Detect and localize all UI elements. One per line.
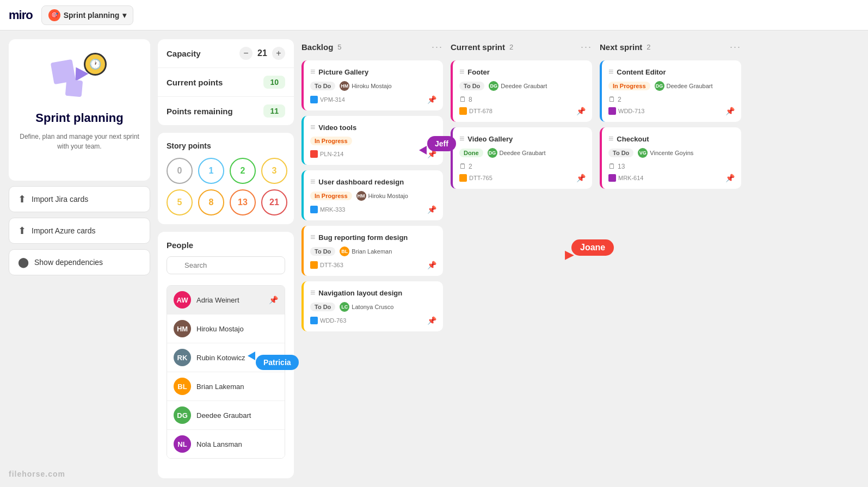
card-footer: ≡ Footer To Do DG Deedee Graubart 🗒 8 xyxy=(451,60,592,122)
capacity-increase-button[interactable]: + xyxy=(272,47,285,60)
sp-bubble-5[interactable]: 5 xyxy=(167,189,193,215)
task-id-wdd713: WDD-713 xyxy=(608,107,644,115)
assignee-avatar: DG xyxy=(655,81,664,91)
sp-bubble-3[interactable]: 3 xyxy=(261,158,287,184)
status-badge-todo: To Do xyxy=(310,303,335,311)
count-icon: 🗒 xyxy=(459,162,466,170)
task-pin[interactable]: 📌 xyxy=(725,107,735,115)
sp-bubble-21[interactable]: 21 xyxy=(261,189,287,215)
backlog-count: 5 xyxy=(337,43,341,51)
assignee-avatar: BL xyxy=(340,246,349,256)
sp-bubble-0[interactable]: 0 xyxy=(167,158,193,184)
task-list-icon: ≡ xyxy=(459,67,464,77)
capacity-value: 21 xyxy=(257,48,268,58)
assignee-deedee3: DG Deedee Graubart xyxy=(655,81,713,91)
task-pin[interactable]: 📌 xyxy=(427,316,436,325)
avatar-nola: NL xyxy=(174,435,191,453)
person-row-nola[interactable]: NL Nola Lansman xyxy=(167,430,285,458)
assignee-avatar: DG xyxy=(489,81,498,91)
next-sprint-header: Next sprint 2 ··· xyxy=(600,39,741,55)
people-list: AW Adria Weinert 📌 HM Hiroku Mostajo RK … xyxy=(167,285,285,459)
task-id-icon-red xyxy=(310,150,318,158)
card-content-editor: ≡ Content Editor In Progress DG Deedee G… xyxy=(600,60,741,122)
next-sprint-count: 2 xyxy=(647,43,650,51)
import-jira-button[interactable]: ⬆ Import Jira cards xyxy=(9,186,150,212)
task-pin[interactable]: 📌 xyxy=(427,261,436,269)
backlog-menu[interactable]: ··· xyxy=(432,41,443,53)
avatar-brian: BL xyxy=(174,378,191,395)
main-content: 🕐 Sprint planning Define, plan and manag… xyxy=(0,30,868,487)
task-pin[interactable]: 📌 xyxy=(725,174,735,182)
status-badge-inprogress: In Progress xyxy=(310,192,352,200)
people-search-input[interactable] xyxy=(167,256,285,274)
person-row-adria[interactable]: AW Adria Weinert 📌 xyxy=(167,286,285,315)
import-azure-icon: ⬆ xyxy=(18,225,26,237)
task-pin[interactable]: 📌 xyxy=(427,95,436,104)
person-name-nola: Nola Lansman xyxy=(196,440,242,448)
task-list-icon: ≡ xyxy=(310,122,315,132)
task-id-mrk614: MRK-614 xyxy=(608,174,643,182)
card-checkout: ≡ Checkout To Do VG Vincente Goyins 🗒 13 xyxy=(600,127,741,189)
sp-bubble-8[interactable]: 8 xyxy=(198,189,224,215)
current-sprint-header: Current sprint 2 ··· xyxy=(451,39,592,55)
task-pin[interactable]: 📌 xyxy=(427,150,436,158)
sp-bubble-1[interactable]: 1 xyxy=(198,158,224,184)
status-badge-inprogress: In Progress xyxy=(310,137,352,145)
card-video-tools: ≡ Video tools In Progress PLN-214 📌 xyxy=(301,116,443,165)
points-remaining-label: Points remaining xyxy=(167,107,233,116)
status-badge-todo: To Do xyxy=(310,82,335,90)
avatar-rubin: RK xyxy=(174,349,191,366)
count-icon: 🗒 xyxy=(608,95,615,103)
task-pin[interactable]: 📌 xyxy=(576,107,586,115)
task-list-icon: ≡ xyxy=(459,134,464,144)
task-list-icon: ≡ xyxy=(310,288,315,298)
search-wrap: 🔍 xyxy=(167,256,285,280)
card-bug-reporting: ≡ Bug reporting form design To Do BL Bri… xyxy=(301,226,443,276)
task-id-mrk333: MRK-333 xyxy=(310,206,345,213)
person-row-hiroku[interactable]: HM Hiroku Mostajo xyxy=(167,315,285,343)
story-points-grid: 0 1 2 3 5 8 13 21 xyxy=(167,158,285,215)
task-id-icon-blue xyxy=(310,317,318,324)
checkout-count-row: 🗒 13 xyxy=(608,162,735,170)
task-title-footer: Footer xyxy=(467,68,489,76)
next-sprint-menu[interactable]: ··· xyxy=(730,41,741,53)
backlog-header: Backlog 5 ··· xyxy=(301,39,443,55)
import-azure-button[interactable]: ⬆ Import Azure cards xyxy=(9,218,150,244)
task-pin[interactable]: 📌 xyxy=(427,205,436,214)
person-row-deedee[interactable]: DG Deedee Graubart xyxy=(167,401,285,430)
sprint-description: Define, plan and manage your next sprint… xyxy=(20,132,139,151)
footer-count-row: 🗒 8 xyxy=(459,95,586,103)
task-title-video-tools: Video tools xyxy=(318,124,356,132)
status-badge-done: Done xyxy=(459,149,483,157)
assignee-deedee: DG Deedee Graubart xyxy=(489,81,547,91)
sp-bubble-13[interactable]: 13 xyxy=(230,189,256,215)
footer-count: 8 xyxy=(469,96,472,103)
assignee-avatar: LC xyxy=(340,302,349,312)
capacity-label: Capacity xyxy=(167,49,201,58)
board-icon: 🎯 xyxy=(48,9,60,21)
assignee-avatar: DG xyxy=(488,148,497,158)
show-deps-label: Show dependencies xyxy=(34,258,103,267)
task-pin[interactable]: 📌 xyxy=(576,174,586,182)
capacity-decrease-button[interactable]: − xyxy=(239,47,253,60)
video-gallery-count-row: 🗒 2 xyxy=(459,162,586,170)
board-title: Sprint planning xyxy=(64,11,120,20)
current-sprint-menu[interactable]: ··· xyxy=(581,41,592,53)
board-title-button[interactable]: 🎯 Sprint planning ▾ xyxy=(41,5,134,25)
person-row-brian[interactable]: BL Brian Lakeman xyxy=(167,372,285,401)
person-row-rubin[interactable]: RK Rubin Kotowicz xyxy=(167,343,285,372)
people-title: People xyxy=(167,241,285,250)
sp-bubble-2[interactable]: 2 xyxy=(230,158,256,184)
task-title-video-gallery: Video Gallery xyxy=(467,135,513,143)
assignee-hiroku: HM Hiroku Mostajo xyxy=(340,81,391,91)
column-current-sprint: Current sprint 2 ··· ≡ Footer To Do DG xyxy=(451,39,592,478)
task-id-pln214: PLN-214 xyxy=(310,150,343,158)
column-backlog: Backlog 5 ··· ≡ Picture Gallery To Do HM xyxy=(301,39,443,478)
pin-icon-adria[interactable]: 📌 xyxy=(269,295,278,304)
columns-area: Backlog 5 ··· ≡ Picture Gallery To Do HM xyxy=(301,39,859,478)
show-dependencies-button[interactable]: ⬤ Show dependencies xyxy=(9,249,150,275)
task-id-icon-orange xyxy=(459,174,467,182)
left-panel: 🕐 Sprint planning Define, plan and manag… xyxy=(9,39,150,478)
topbar: miro 🎯 Sprint planning ▾ xyxy=(0,0,868,30)
avatar-hiroku: HM xyxy=(174,320,191,337)
